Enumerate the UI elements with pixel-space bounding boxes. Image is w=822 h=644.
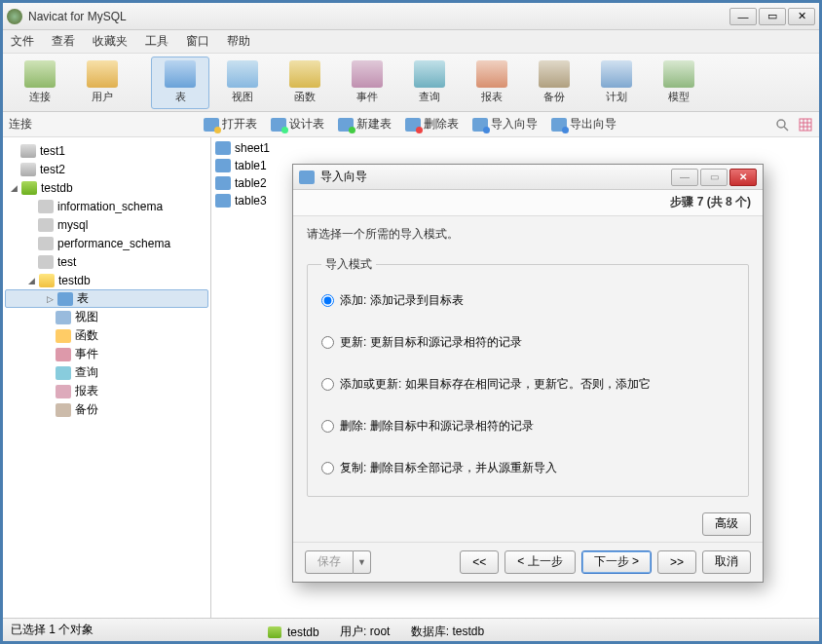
new-table-icon (338, 118, 354, 132)
sub-delete-table[interactable]: 删除表 (405, 116, 459, 133)
list-item[interactable]: sheet1 (215, 139, 815, 157)
export-wizard-icon (551, 118, 567, 132)
views-icon (56, 311, 71, 324)
maximize-button[interactable]: ▭ (759, 8, 786, 25)
menu-tools[interactable]: 工具 (145, 33, 168, 50)
tree-queries[interactable]: 查询 (5, 363, 208, 382)
reports-icon (56, 385, 71, 398)
prev-button[interactable]: < 上一步 (504, 550, 575, 574)
sub-toolbar: 连接 打开表 设计表 新建表 删除表 导入向导 导出向导 (3, 112, 819, 137)
tree-tables[interactable]: ▷表 (5, 289, 208, 308)
import-wizard-icon (472, 118, 488, 132)
last-button[interactable]: >> (657, 550, 696, 574)
close-button[interactable]: ✕ (788, 8, 815, 25)
tool-view[interactable]: 视图 (213, 57, 272, 109)
sub-import-wizard[interactable]: 导入向导 (472, 116, 538, 133)
tool-query[interactable]: 查询 (400, 57, 459, 109)
table-icon (215, 194, 231, 208)
func-icon (289, 60, 320, 88)
view-icon (227, 60, 258, 88)
collapse-icon[interactable]: ◢ (26, 275, 37, 285)
tree-backups[interactable]: 备份 (5, 400, 208, 419)
import-icon (299, 170, 315, 184)
schema-icon (38, 200, 54, 213)
sub-new-table[interactable]: 新建表 (338, 116, 392, 133)
tool-connect[interactable]: 连接 (11, 57, 69, 109)
menu-file[interactable]: 文件 (11, 33, 34, 50)
dialog-close-button[interactable]: ✕ (729, 169, 757, 186)
status-db: testdb (287, 625, 319, 639)
user-icon (87, 60, 118, 88)
cancel-button[interactable]: 取消 (702, 550, 751, 574)
dialog-minimize-button[interactable]: — (671, 169, 698, 186)
app-icon (7, 9, 22, 24)
tool-backup[interactable]: 备份 (525, 57, 583, 109)
tool-table[interactable]: 表 (151, 57, 209, 109)
connect-icon (24, 60, 56, 88)
menu-help[interactable]: 帮助 (227, 33, 250, 50)
radio-add[interactable]: 添加: 添加记录到目标表 (321, 292, 734, 309)
schema-icon (38, 237, 54, 250)
menu-view[interactable]: 查看 (52, 33, 75, 50)
expand-icon[interactable]: ▷ (45, 293, 56, 304)
save-button[interactable]: 保存 (305, 550, 354, 574)
window-title: Navicat for MySQL (28, 10, 728, 23)
tool-report[interactable]: 报表 (463, 57, 521, 109)
schema-icon (38, 218, 54, 232)
menu-window[interactable]: 窗口 (186, 33, 209, 50)
tree-schema-testdb[interactable]: ◢testdb (5, 271, 208, 289)
radio-add-input[interactable] (321, 294, 334, 307)
table-icon (215, 141, 231, 155)
sub-export-wizard[interactable]: 导出向导 (551, 116, 616, 133)
import-mode-group: 导入模式 添加: 添加记录到目标表 更新: 更新目标和源记录相符的记录 添加或更… (307, 256, 749, 497)
tool-event[interactable]: 事件 (338, 57, 396, 109)
radio-add-update-input[interactable] (321, 378, 334, 391)
radio-delete[interactable]: 删除: 删除目标中和源记录相符的记录 (321, 418, 734, 435)
menu-favorites[interactable]: 收藏夹 (93, 33, 128, 50)
grid-view-icon[interactable] (798, 117, 813, 133)
radio-delete-input[interactable] (321, 420, 334, 433)
tool-model[interactable]: 模型 (650, 57, 708, 109)
next-button[interactable]: 下一步 > (581, 550, 652, 574)
event-icon (352, 60, 383, 88)
tree-conn-test1[interactable]: test1 (5, 141, 208, 160)
radio-update-input[interactable] (321, 336, 334, 349)
sub-open-table[interactable]: 打开表 (204, 116, 257, 133)
collapse-icon[interactable]: ◢ (9, 182, 19, 193)
sub-design-table[interactable]: 设计表 (271, 116, 324, 133)
tree-views[interactable]: 视图 (5, 308, 208, 326)
search-icon[interactable] (774, 117, 790, 133)
tree-schema-mysql[interactable]: mysql (5, 215, 208, 234)
dialog-maximize-button[interactable]: ▭ (700, 169, 728, 186)
import-wizard-dialog: 导入向导 — ▭ ✕ 步骤 7 (共 8 个) 请选择一个所需的导入模式。 导入… (292, 164, 764, 583)
funcs-icon (56, 329, 71, 343)
radio-add-update[interactable]: 添加或更新: 如果目标存在相同记录，更新它。否则，添加它 (321, 376, 734, 393)
svg-rect-2 (800, 119, 811, 131)
tree-schema-info[interactable]: information_schema (5, 197, 208, 215)
save-dropdown-button[interactable]: ▼ (354, 550, 371, 574)
database-icon (268, 626, 281, 638)
tree-conn-testdb[interactable]: ◢testdb (5, 178, 208, 197)
first-button[interactable]: << (460, 550, 499, 574)
tree-schema-test[interactable]: test (5, 252, 208, 271)
dialog-step-label: 步骤 7 (共 8 个) (293, 190, 763, 215)
tree-funcs[interactable]: 函数 (5, 326, 208, 345)
table-icon (215, 176, 231, 190)
tool-func[interactable]: 函数 (276, 57, 334, 109)
import-mode-legend: 导入模式 (321, 256, 376, 273)
radio-copy[interactable]: 复制: 删除目标全部记录，并从源重新导入 (321, 460, 734, 476)
tree-reports[interactable]: 报表 (5, 382, 208, 400)
tree-conn-test2[interactable]: test2 (5, 160, 208, 178)
database-icon (20, 163, 36, 176)
radio-copy-input[interactable] (321, 462, 334, 474)
table-icon (165, 60, 196, 88)
connection-tree[interactable]: test1 test2 ◢testdb information_schema m… (3, 137, 211, 618)
radio-update[interactable]: 更新: 更新目标和源记录相符的记录 (321, 334, 734, 351)
advanced-button[interactable]: 高级 (702, 512, 751, 536)
schema-icon (38, 255, 54, 269)
tree-schema-perf[interactable]: performance_schema (5, 234, 208, 252)
tool-schedule[interactable]: 计划 (587, 57, 646, 109)
minimize-button[interactable]: — (729, 8, 757, 25)
tree-events[interactable]: 事件 (5, 345, 208, 363)
tool-user[interactable]: 用户 (73, 57, 131, 109)
